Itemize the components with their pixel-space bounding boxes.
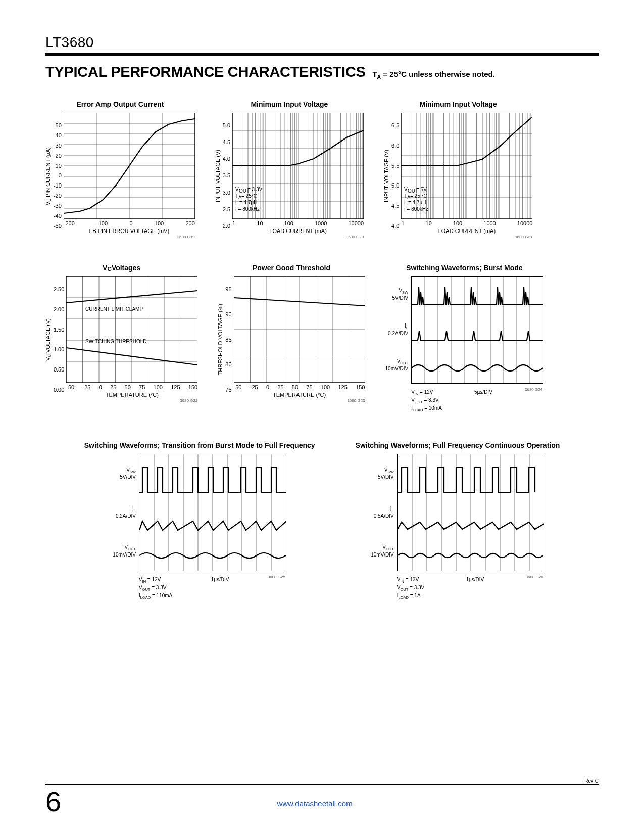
svg-text:= 25 °C: = 25 °C [410, 193, 427, 199]
y-axis-label: INPUT VOLTAGE (V) [215, 150, 221, 202]
y-ticks: 6.56.05.55.04.54.0 [391, 123, 399, 229]
chart-g19: Error Amp Output Current VC PIN CURRENT … [45, 94, 195, 239]
chart-title: Switching Waveforms; Transition from Bur… [84, 431, 315, 450]
chart-title: Switching Waveforms; Burst Mode [406, 257, 523, 272]
svg-text:= 3.3V: = 3.3V [247, 187, 263, 192]
figure-id: 3680 G24 [525, 388, 542, 392]
chart-g21: Minimum Input Voltage INPUT VOLTAGE (V) … [384, 94, 532, 239]
page-number: 6 [45, 787, 61, 816]
trace-label: IL0.2A/DIV [385, 323, 409, 336]
trace-label: IL0.2A/DIV [113, 506, 136, 519]
figure-id: 3680 G26 [526, 575, 543, 579]
x-axis-label: FB PIN ERROR VOLTAGE (mV) [64, 228, 195, 234]
y-axis-label: THRESHOLD VOLTAGE (%) [218, 304, 223, 375]
figure-id: 3680 G20 [232, 235, 364, 239]
y-axis-label: VC VOLTAGE (V) [45, 318, 52, 361]
chart-title: Power Good Threshold [253, 257, 330, 272]
x-axis-label: LOAD CURRENT (mA) [232, 228, 364, 234]
chart-title: Minimum Input Voltage [420, 94, 497, 109]
chart-g23: Power Good Threshold THRESHOLD VOLTAGE (… [218, 257, 365, 412]
trace-label: VOUT10mV/DIV [371, 544, 394, 557]
y-ticks: 9590858075 [225, 287, 231, 393]
trace-label: VOUT10mV/DIV [113, 544, 136, 557]
part-number: LT3680 [45, 35, 599, 50]
svg-text:= 25°C: = 25°C [241, 193, 257, 199]
chart-title: VC Voltages [103, 257, 140, 272]
figure-id: 3680 G23 [234, 399, 365, 403]
y-axis-label: VC PIN CURRENT (µA) [45, 147, 52, 205]
trace-label: VSW5V/DIV [371, 467, 394, 480]
footer-rule [45, 784, 599, 785]
figure-id: 3680 G21 [401, 235, 532, 239]
x-ticks: -50-250255075100125150 [234, 385, 365, 390]
x-ticks: 110100100010000 [232, 221, 364, 226]
trace-label: VSW5V/DIV [385, 288, 409, 300]
figure-id: 3680 G25 [268, 575, 285, 579]
timebase: 1µs/DIV [211, 576, 229, 600]
trace-label: VOUT10mV/DIV [385, 358, 409, 371]
timebase: 1µs/DIV [466, 576, 484, 600]
plot-area: CURRENT LIMIT CLAMP SWITCHING THRESHOLD [66, 276, 197, 383]
svg-text:CURRENT LIMIT CLAMP: CURRENT LIMIT CLAMP [85, 306, 143, 312]
svg-text:f = 800kHz: f = 800kHz [235, 206, 260, 212]
section-title: TYPICAL PERFORMANCE CHARACTERISTICS [45, 65, 365, 79]
scope-conditions: VIN = 12VVOUT = 3.3VILOAD = 10mA [411, 389, 442, 412]
x-axis-label: TEMPERATURE (°C) [66, 392, 197, 398]
svg-text:V: V [235, 187, 239, 192]
x-axis-label: TEMPERATURE (°C) [234, 392, 365, 398]
svg-text:f = 800kHz: f = 800kHz [404, 206, 428, 212]
figure-id: 3680 G19 [64, 235, 195, 239]
x-axis-label: LOAD CURRENT (mA) [401, 228, 532, 234]
plot-area: VOUT = 3.3V TA = 25°C L = 4.7µH f = 800k… [232, 113, 364, 219]
plot-area [234, 276, 365, 383]
scope-area [397, 454, 544, 571]
y-ticks: 2.502.001.501.000.500.00 [54, 287, 64, 393]
plot-area [64, 113, 195, 219]
revision: Rev C [45, 779, 599, 784]
trace-label: VSW5V/DIV [113, 467, 136, 480]
scope-conditions: VIN = 12VVOUT = 3.3VILOAD = 1A [397, 576, 424, 600]
svg-text:SWITCHING THRESHOLD: SWITCHING THRESHOLD [85, 339, 147, 344]
chart-g25: Switching Waveforms; Transition from Bur… [84, 431, 315, 600]
chart-title: Minimum Input Voltage [251, 94, 328, 109]
y-ticks: 5.04.54.03.53.02.52.0 [223, 123, 230, 229]
rule-thin [45, 52, 599, 52]
section-condition: TA = 25°C unless otherwise noted. [372, 70, 494, 80]
chart-title: Error Amp Output Current [76, 94, 164, 109]
chart-g22: VC Voltages VC VOLTAGE (V) 2.502.001.501… [45, 257, 197, 412]
chart-title: Switching Waveforms; Full Frequency Cont… [356, 431, 560, 450]
scope-area [139, 454, 286, 571]
svg-text:V: V [404, 187, 408, 192]
rule-thick [45, 53, 599, 56]
footer-link[interactable]: www.datasheetall.com [61, 800, 568, 807]
timebase: 5µs/DIV [474, 389, 492, 412]
svg-text:= 5V: = 5V [416, 187, 427, 192]
trace-label: IL0.5A/DIV [371, 506, 394, 519]
y-ticks: 50403020100-10-20-30-40-50 [54, 123, 62, 229]
x-ticks: -200-1000100200 [64, 221, 195, 226]
chart-g26: Switching Waveforms; Full Frequency Cont… [356, 431, 560, 600]
svg-text:L = 4.7µH: L = 4.7µH [404, 200, 426, 205]
chart-g20: Minimum Input Voltage INPUT VOLTAGE (V) … [215, 94, 364, 239]
chart-g24: Switching Waveforms; Burst Mode VSW5V/DI… [385, 257, 544, 412]
x-ticks: -50-250255075100125150 [66, 385, 197, 390]
y-axis-label: INPUT VOLTAGE (V) [384, 150, 389, 202]
plot-area: VOUT = 5V TA = 25 °C L = 4.7µH f = 800kH… [401, 113, 532, 219]
svg-text:L = 4.7µH: L = 4.7µH [235, 200, 257, 205]
scope-area [411, 276, 543, 384]
scope-conditions: VIN = 12VVOUT = 3.3VILOAD = 110mA [139, 576, 172, 600]
x-ticks: 110100100010000 [401, 221, 532, 226]
figure-id: 3680 G22 [66, 399, 197, 403]
